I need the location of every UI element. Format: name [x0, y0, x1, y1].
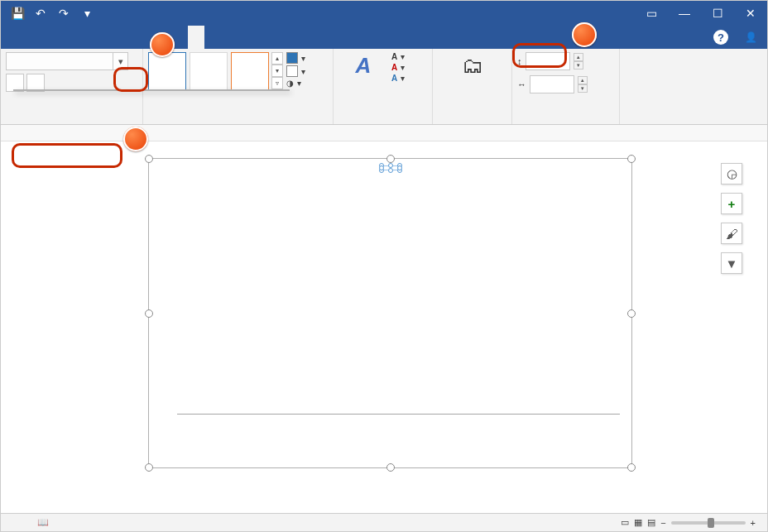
text-fill-icon[interactable]: A: [391, 52, 397, 61]
height-icon: ↕: [517, 56, 522, 66]
group-current-selection: ▾: [1, 49, 143, 124]
tab-design[interactable]: [65, 26, 89, 49]
resize-handle[interactable]: [627, 155, 636, 163]
chart-object[interactable]: [148, 158, 632, 468]
shape-style-gallery[interactable]: ▴ ▾ ▿: [148, 52, 283, 90]
chart-element-selector[interactable]: ▾: [6, 52, 128, 70]
annotation-badge-2: [150, 32, 175, 57]
close-icon[interactable]: ✕: [734, 1, 767, 26]
zoom-in-icon[interactable]: +: [751, 518, 756, 528]
view-web-icon[interactable]: ▤: [647, 517, 655, 528]
gallery-down-icon[interactable]: ▾: [271, 65, 283, 77]
resize-handle[interactable]: [145, 155, 153, 163]
shape-outline-icon[interactable]: [286, 65, 298, 77]
x-axis-line: [177, 414, 620, 415]
resize-handle[interactable]: [386, 155, 395, 163]
tab-mailings[interactable]: [122, 26, 138, 49]
resize-handle[interactable]: [386, 463, 395, 472]
plot-area[interactable]: [177, 199, 620, 415]
title-bar: 💾 ↶ ↷ ▾ ▭ — ☐ ✕: [1, 1, 767, 26]
chart-styles-icon[interactable]: 🖌: [721, 223, 742, 244]
zoom-out-icon[interactable]: −: [660, 518, 665, 528]
gallery-scroll[interactable]: ▴ ▾ ▿: [271, 52, 283, 90]
group-label-size: [517, 121, 614, 122]
view-print-icon[interactable]: ▦: [634, 517, 642, 528]
width-input[interactable]: [530, 75, 574, 93]
maximize-icon[interactable]: ☐: [701, 1, 734, 26]
minimize-icon[interactable]: —: [668, 1, 701, 26]
annotation-badge-3: [123, 127, 148, 151]
group-label-selection: [6, 121, 137, 122]
text-outline-icon[interactable]: A: [391, 63, 397, 72]
layout-options-icon[interactable]: ◶: [721, 163, 742, 185]
ribbon-tabs: ? 👤: [1, 26, 767, 49]
spin-up-icon[interactable]: ▴: [578, 76, 588, 84]
chevron-down-icon[interactable]: ▾: [113, 53, 127, 69]
chart-side-buttons: ◶ + 🖌 ▼: [721, 163, 742, 274]
zoom-slider[interactable]: [671, 521, 746, 525]
text-effects-icon[interactable]: A: [391, 74, 397, 83]
tab-file[interactable]: [4, 26, 21, 49]
quick-access-toolbar: 💾 ↶ ↷ ▾: [1, 3, 103, 23]
arrange-button[interactable]: 🗂: [448, 52, 497, 82]
width-icon: ↔: [517, 79, 526, 89]
chart-title[interactable]: [382, 165, 400, 170]
group-label-shape-styles: [148, 121, 328, 122]
shape-fill-outline-effects: ▾ ▾ ◑▾: [286, 52, 305, 88]
horizontal-ruler: [1, 125, 767, 141]
undo-icon[interactable]: ↶: [31, 3, 50, 23]
annotation-badge-1: [572, 22, 597, 47]
wordart-a-icon: A: [356, 54, 372, 79]
express-styles-button[interactable]: A: [338, 52, 388, 82]
chart-elements-icon[interactable]: +: [721, 193, 742, 214]
ribbon: ▾ ▴ ▾ ▿ ▾ ▾ ◑▾: [1, 49, 767, 125]
group-wordart-styles: A A▾ A▾ A▾: [334, 49, 433, 124]
spin-down-icon[interactable]: ▾: [574, 61, 583, 69]
save-icon[interactable]: 💾: [7, 3, 27, 23]
height-input[interactable]: [526, 52, 570, 70]
resize-handle[interactable]: [627, 463, 636, 472]
tab-references[interactable]: [105, 26, 122, 49]
gallery-up-icon[interactable]: ▴: [271, 52, 283, 65]
style-sample-3[interactable]: [231, 52, 269, 90]
tab-format[interactable]: [188, 26, 204, 49]
view-read-icon[interactable]: ▭: [621, 517, 629, 528]
chart-element-dropdown[interactable]: [13, 89, 290, 91]
gallery-more-icon[interactable]: ▿: [271, 77, 283, 89]
resize-handle[interactable]: [627, 309, 636, 318]
tab-layout[interactable]: [89, 26, 105, 49]
tell-me-icon[interactable]: ?: [713, 30, 728, 45]
tab-home[interactable]: [21, 26, 37, 49]
height-field[interactable]: ↕ ▴▾: [517, 52, 588, 70]
y-axis: [159, 199, 175, 415]
width-field[interactable]: ↔ ▴▾: [517, 75, 588, 93]
share-icon: 👤: [745, 31, 757, 43]
shape-effects-icon[interactable]: ◑: [286, 79, 294, 88]
group-shape-styles: ▴ ▾ ▿ ▾ ▾ ◑▾: [143, 49, 334, 124]
arrange-icon: 🗂: [462, 54, 483, 79]
tab-insert[interactable]: [37, 26, 65, 49]
style-sample-2[interactable]: [190, 52, 228, 90]
qat-customize-icon[interactable]: ▾: [77, 3, 97, 23]
document-area: ◶ + 🖌 ▼: [1, 141, 767, 515]
style-sample-1[interactable]: [148, 52, 186, 90]
group-label-wordart: [338, 121, 427, 122]
group-size: ↕ ▴▾ ↔ ▴▾: [512, 49, 620, 124]
resize-handle[interactable]: [145, 309, 153, 318]
window-controls: ▭ — ☐ ✕: [635, 1, 767, 26]
spin-up-icon[interactable]: ▴: [574, 53, 583, 61]
chart-filters-icon[interactable]: ▼: [721, 252, 742, 274]
redo-icon[interactable]: ↷: [54, 3, 74, 23]
text-fill-outline-effects: A▾ A▾ A▾: [391, 52, 405, 83]
status-bar: 📖 ▭ ▦ ▤ − +: [1, 513, 767, 531]
share-button[interactable]: 👤: [745, 31, 761, 43]
shape-fill-icon[interactable]: [286, 52, 298, 64]
status-proofing-icon[interactable]: 📖: [37, 517, 49, 528]
spin-down-icon[interactable]: ▾: [578, 84, 588, 93]
resize-handle[interactable]: [145, 463, 153, 472]
group-arrange: 🗂: [433, 49, 512, 124]
ribbon-options-icon[interactable]: ▭: [635, 1, 668, 26]
